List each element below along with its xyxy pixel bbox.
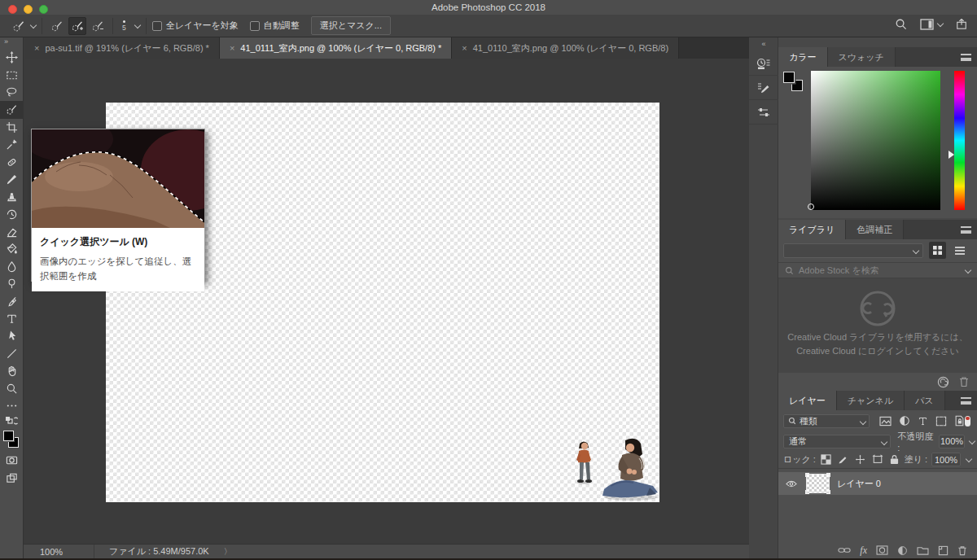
blend-mode-dropdown[interactable]: 通常 [783, 435, 891, 448]
history-panel-icon[interactable] [749, 51, 778, 76]
subtract-from-selection-button[interactable] [89, 17, 107, 35]
tool-preset-picker[interactable] [11, 17, 36, 35]
list-view-button[interactable] [951, 242, 968, 259]
hand-tool[interactable] [0, 362, 24, 379]
adobe-stock-search-field[interactable]: Adobe Stock を検索 [778, 262, 977, 278]
filter-smart-objects-icon[interactable] [954, 415, 965, 427]
foreground-background-colors[interactable] [0, 427, 24, 452]
filter-type-layers-icon[interactable] [918, 416, 928, 427]
blur-tool[interactable] [0, 258, 24, 275]
layer-row-selected[interactable]: レイヤー 0 [778, 472, 977, 495]
properties-panel-icon[interactable] [749, 100, 778, 125]
zoom-level-field[interactable]: 100% [40, 547, 85, 557]
sync-icon[interactable] [937, 376, 949, 388]
hue-slider[interactable] [954, 71, 965, 210]
layer-style-fx-button[interactable]: fx [860, 545, 867, 557]
panel-menu-icon[interactable] [961, 397, 971, 405]
lock-image-pixels-icon[interactable] [838, 454, 848, 465]
tab-libraries[interactable]: ライブラリ [778, 220, 846, 239]
trash-icon[interactable] [959, 376, 969, 387]
foreground-color-swatch[interactable] [783, 72, 795, 83]
workspace-switcher[interactable] [920, 19, 943, 30]
tab-paths[interactable]: パス [905, 391, 945, 410]
eyedropper-tool[interactable] [0, 136, 24, 153]
tab-layers[interactable]: レイヤー [778, 391, 837, 410]
history-brush-tool[interactable] [0, 206, 24, 223]
new-selection-button[interactable] [48, 17, 66, 35]
fill-value[interactable]: 100% [931, 453, 961, 466]
lock-position-icon[interactable] [855, 454, 865, 465]
new-adjustment-layer-icon[interactable] [897, 545, 908, 556]
filter-shape-layers-icon[interactable] [935, 416, 947, 427]
foreground-color-swatch[interactable] [3, 431, 14, 441]
document-tab[interactable]: × pa-su1.tif @ 191% (レイヤー 6, RGB/8) * [24, 37, 220, 59]
grid-view-button[interactable] [929, 242, 946, 259]
tab-swatches[interactable]: スウォッチ [828, 47, 896, 67]
filter-kind-dropdown[interactable]: 種類 [783, 414, 870, 428]
brush-tool[interactable] [0, 171, 24, 188]
swap-default-colors[interactable] [0, 414, 24, 427]
dodge-tool[interactable] [0, 275, 24, 292]
select-and-mask-button[interactable]: 選択とマスク... [311, 16, 391, 35]
lasso-tool[interactable] [0, 84, 24, 101]
panel-menu-icon[interactable] [961, 54, 971, 61]
clone-stamp-tool[interactable] [0, 188, 24, 205]
hue-slider-pointer[interactable] [949, 151, 954, 159]
quick-mask-mode-button[interactable] [0, 452, 24, 469]
path-selection-tool[interactable] [0, 327, 24, 344]
color-swatches-preview[interactable] [783, 72, 808, 96]
share-icon[interactable] [956, 18, 967, 30]
brush-settings-panel-icon[interactable] [749, 76, 778, 100]
paint-bucket-tool[interactable] [0, 240, 24, 257]
status-options-chevron[interactable]: 〉 [224, 546, 232, 558]
panel-menu-icon[interactable] [961, 226, 971, 234]
lock-artboard-icon[interactable] [872, 454, 883, 465]
document-tab-active[interactable]: × 41_0111_室内.png @ 100% (レイヤー 0, RGB/8) … [220, 37, 452, 59]
sample-all-layers-checkbox[interactable]: 全レイヤーを対象 [152, 20, 239, 32]
auto-enhance-checkbox[interactable]: 自動調整 [250, 20, 300, 32]
collapse-panels-icon[interactable]: « [749, 37, 778, 48]
add-to-selection-button[interactable] [68, 17, 86, 35]
expand-tools-icon[interactable]: » [0, 37, 23, 49]
more-tools-button[interactable] [0, 397, 24, 414]
add-layer-mask-icon[interactable] [876, 545, 888, 555]
layer-filter-toggle[interactable] [965, 416, 970, 427]
tab-channels[interactable]: チャンネル [837, 391, 905, 410]
spot-healing-brush-tool[interactable] [0, 153, 24, 170]
move-tool[interactable] [0, 49, 24, 66]
fill-dropdown-button[interactable] [962, 453, 974, 466]
new-group-icon[interactable] [917, 545, 929, 555]
tab-adjustments[interactable]: 色調補正 [846, 220, 904, 239]
layer-name[interactable]: レイヤー 0 [837, 478, 881, 490]
rectangular-marquee-tool[interactable] [0, 66, 24, 83]
screen-mode-button[interactable] [0, 470, 24, 487]
document-tab[interactable]: × 41_0110_室内.png @ 100% (レイヤー 0, RGB/8) [452, 37, 679, 59]
crop-tool[interactable] [0, 119, 24, 136]
library-select-dropdown[interactable] [783, 243, 923, 258]
zoom-tool[interactable] [0, 379, 24, 396]
line-tool[interactable] [0, 345, 24, 362]
new-layer-icon[interactable] [938, 545, 949, 556]
layer-visibility-eye-icon[interactable] [786, 480, 797, 488]
close-icon[interactable]: × [462, 43, 467, 53]
opacity-value[interactable]: 100% [939, 435, 966, 448]
lock-all-icon[interactable] [890, 454, 899, 465]
lock-transparent-pixels-icon[interactable] [821, 454, 831, 465]
quick-selection-tool[interactable] [0, 101, 24, 118]
close-icon[interactable]: × [34, 43, 39, 53]
layer-thumbnail[interactable] [807, 475, 829, 492]
saturation-brightness-field[interactable] [811, 71, 940, 210]
close-icon[interactable]: × [230, 43, 234, 53]
type-tool[interactable] [0, 310, 24, 327]
pen-tool[interactable] [0, 292, 24, 309]
link-layers-icon[interactable] [838, 546, 851, 554]
filter-adjustment-layers-icon[interactable] [899, 415, 910, 427]
delete-layer-trash-icon[interactable] [957, 545, 967, 556]
brush-size-picker[interactable]: 5 [119, 17, 140, 35]
tab-color[interactable]: カラー [778, 47, 828, 67]
eraser-tool[interactable] [0, 223, 24, 240]
search-icon[interactable] [895, 18, 907, 30]
filter-pixel-layers-icon[interactable] [879, 416, 892, 427]
opacity-dropdown-button[interactable] [966, 435, 977, 448]
color-field-cursor[interactable] [808, 203, 814, 210]
